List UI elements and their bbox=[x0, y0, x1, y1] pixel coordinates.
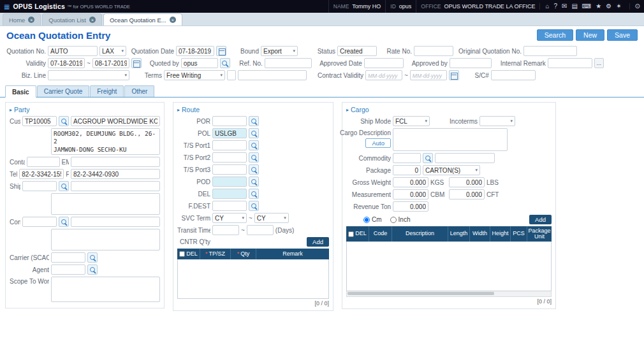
help-icon[interactable]: ? bbox=[553, 3, 557, 10]
ship-mode-select[interactable]: FCL▾ bbox=[393, 116, 430, 126]
search-icon[interactable] bbox=[423, 153, 433, 163]
close-icon[interactable]: × bbox=[170, 17, 176, 23]
revenue-ton-input[interactable] bbox=[393, 201, 428, 212]
ts-port3-input[interactable] bbox=[212, 164, 247, 175]
search-icon[interactable] bbox=[87, 264, 98, 275]
incoterms-select[interactable]: ▾ bbox=[479, 116, 515, 126]
fax-input[interactable] bbox=[71, 169, 160, 179]
svc-term-from-select[interactable]: CY▾ bbox=[212, 213, 247, 223]
keyboard-icon[interactable]: ⌨ bbox=[582, 3, 591, 10]
app-menu-icon[interactable]: ▦ bbox=[4, 3, 10, 10]
cntr-add-button[interactable]: Add bbox=[307, 237, 329, 247]
search-icon[interactable] bbox=[59, 116, 69, 126]
inch-radio-input[interactable] bbox=[390, 217, 397, 223]
fdest-input[interactable] bbox=[212, 201, 247, 211]
search-icon[interactable] bbox=[249, 128, 259, 138]
search-icon[interactable] bbox=[87, 252, 98, 263]
gross-weight-lbs-input[interactable] bbox=[449, 177, 485, 187]
consignee-name-input[interactable] bbox=[71, 217, 160, 227]
calendar-icon[interactable] bbox=[449, 70, 459, 80]
approved-date-input[interactable] bbox=[364, 58, 404, 68]
unit-inch-radio[interactable]: Inch bbox=[390, 216, 411, 223]
email-input[interactable] bbox=[71, 157, 160, 167]
calendar-icon[interactable] bbox=[131, 58, 142, 68]
select-all-checkbox[interactable] bbox=[348, 231, 354, 237]
search-button[interactable]: Search bbox=[537, 29, 573, 41]
shipper-code-input[interactable] bbox=[22, 181, 57, 191]
new-button[interactable]: New bbox=[576, 29, 604, 41]
validity-from-input[interactable] bbox=[48, 58, 85, 68]
search-icon[interactable] bbox=[59, 181, 69, 191]
cntr-grid-body[interactable] bbox=[177, 259, 329, 299]
search-icon[interactable] bbox=[249, 140, 259, 150]
contract-validity-from-input[interactable] bbox=[365, 70, 402, 80]
shipper-address-textarea[interactable] bbox=[51, 193, 160, 215]
shipper-name-input[interactable] bbox=[71, 181, 160, 191]
package-unit-select[interactable]: CARTON(S)▾ bbox=[423, 165, 480, 175]
rate-no-input[interactable] bbox=[414, 46, 453, 56]
cargo-description-textarea[interactable] bbox=[393, 128, 508, 151]
terms-code-input[interactable] bbox=[227, 70, 236, 80]
biz-line-select[interactable]: ▾ bbox=[48, 70, 129, 80]
gross-weight-kgs-input[interactable] bbox=[393, 177, 428, 187]
cargo-grid-body[interactable] bbox=[346, 242, 552, 291]
bookmark-icon[interactable]: ★ bbox=[596, 3, 601, 10]
consignee-code-input[interactable] bbox=[22, 217, 57, 227]
por-input[interactable] bbox=[212, 116, 247, 126]
bound-select[interactable]: Export▾ bbox=[261, 46, 298, 56]
original-quotation-no-input[interactable] bbox=[523, 46, 577, 56]
package-qty-input[interactable] bbox=[393, 165, 421, 175]
auto-button[interactable]: Auto bbox=[365, 138, 391, 148]
cargo-add-button[interactable]: Add bbox=[529, 215, 552, 224]
chat-icon[interactable]: ✉ bbox=[562, 3, 567, 10]
search-icon[interactable] bbox=[220, 58, 230, 68]
cm-radio-input[interactable] bbox=[363, 217, 370, 223]
tab-carrier-quote[interactable]: Carrier Quote bbox=[37, 85, 90, 97]
horizontal-scrollbar[interactable] bbox=[346, 291, 552, 297]
approved-by-input[interactable] bbox=[450, 58, 492, 68]
sc-no-input[interactable] bbox=[491, 70, 536, 80]
select-all-checkbox[interactable] bbox=[179, 251, 185, 257]
quotation-office-select[interactable]: LAX▾ bbox=[99, 46, 126, 56]
quotation-date-input[interactable] bbox=[176, 46, 214, 56]
close-icon[interactable]: × bbox=[89, 17, 96, 23]
search-icon[interactable] bbox=[249, 177, 259, 187]
measurement-cft-input[interactable] bbox=[449, 189, 485, 199]
quotation-no-input[interactable] bbox=[48, 46, 98, 56]
contract-validity-to-input[interactable] bbox=[410, 70, 447, 80]
mdi-tab-ocean-quotation[interactable]: Ocean Quotation E... × bbox=[103, 13, 182, 25]
svc-term-to-select[interactable]: CY▾ bbox=[254, 213, 289, 223]
logout-icon[interactable]: ⊙ bbox=[629, 3, 640, 10]
carrier-scac-input[interactable] bbox=[51, 252, 85, 263]
validity-to-input[interactable] bbox=[92, 58, 129, 68]
customer-name-input[interactable] bbox=[71, 116, 160, 126]
scope-to-work-textarea[interactable] bbox=[51, 277, 160, 302]
transit-time-from-input[interactable] bbox=[212, 225, 239, 235]
save-button[interactable]: Save bbox=[607, 29, 638, 41]
search-icon[interactable] bbox=[249, 201, 259, 211]
pod-input[interactable] bbox=[212, 177, 247, 187]
search-icon[interactable] bbox=[249, 164, 259, 175]
customer-address-textarea[interactable]: ROOM302, DEUMJUNG BLDG., 26-2 JAMWON-DON… bbox=[51, 128, 160, 155]
monitor-icon[interactable]: ▤ bbox=[571, 3, 577, 10]
del-input[interactable] bbox=[212, 189, 247, 199]
consignee-address-textarea[interactable] bbox=[51, 229, 160, 250]
search-icon[interactable] bbox=[249, 152, 259, 163]
quoted-by-input[interactable] bbox=[181, 58, 218, 68]
search-icon[interactable] bbox=[249, 189, 259, 199]
internal-remark-input[interactable] bbox=[548, 58, 592, 68]
terms-select[interactable]: Free Writing▾ bbox=[164, 70, 225, 80]
settings-icon[interactable]: ⚙ bbox=[606, 3, 611, 10]
tel-input[interactable] bbox=[19, 169, 64, 179]
tab-basic[interactable]: Basic bbox=[5, 85, 36, 98]
star-icon[interactable]: ✶ bbox=[616, 3, 621, 10]
mdi-tab-home[interactable]: Home × bbox=[3, 13, 41, 25]
agent-input[interactable] bbox=[51, 264, 85, 275]
home-icon[interactable]: ⌂ bbox=[545, 3, 549, 10]
tab-freight[interactable]: Freight bbox=[90, 85, 124, 97]
calendar-icon[interactable] bbox=[216, 46, 226, 56]
customer-code-input[interactable] bbox=[22, 116, 57, 126]
tab-other[interactable]: Other bbox=[124, 85, 154, 97]
commodity-code-input[interactable] bbox=[393, 153, 421, 163]
ts-port2-input[interactable] bbox=[212, 152, 247, 163]
